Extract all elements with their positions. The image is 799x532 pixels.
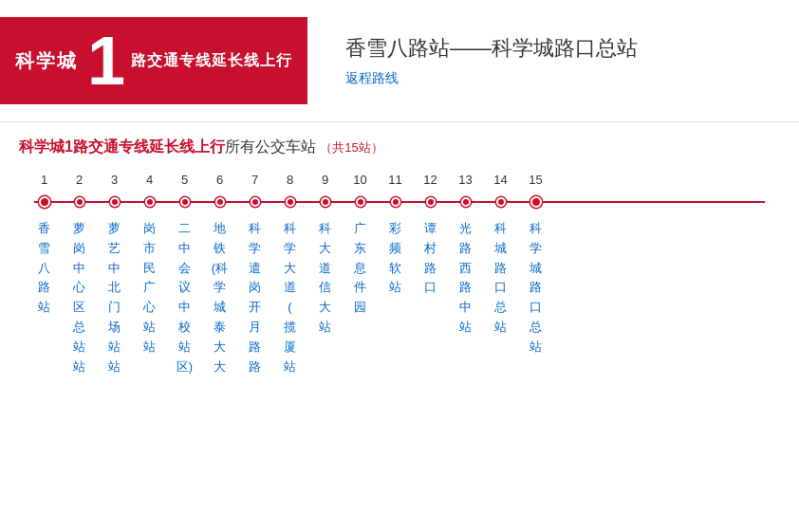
dot-11[interactable] xyxy=(378,197,413,207)
route-info: 香雪八路站——科学城路口总站 返程路线 xyxy=(336,17,638,104)
city-name: 科学城 xyxy=(15,48,78,74)
section-title: 科学城1路交通专线延长线上行所有公交车站 （共15站） xyxy=(19,138,780,157)
dot-6[interactable] xyxy=(202,197,237,207)
station-num-6: 6 xyxy=(202,173,237,187)
station-count: （共15站） xyxy=(320,140,382,155)
dot-2[interactable] xyxy=(62,197,97,207)
dot-9[interactable] xyxy=(307,197,343,207)
dot-circle-13 xyxy=(461,197,471,207)
station-num-9: 9 xyxy=(307,173,343,187)
station-num-15: 15 xyxy=(518,173,553,187)
section-title-highlight: 科学城1路交通专线延长线上行 xyxy=(19,138,225,155)
station-col-11[interactable]: 彩 频 软 站 xyxy=(378,219,413,376)
station-num-3: 3 xyxy=(97,173,132,187)
station-diagram: 1 2 3 4 5 6 7 8 9 10 11 12 13 14 15 xyxy=(19,173,780,376)
station-col-3[interactable]: 萝 艺 中 北 门 场 站 站 xyxy=(97,219,132,376)
dot-circle-3 xyxy=(110,197,120,207)
station-col-4[interactable]: 岗 市 民 广 心 站 站 xyxy=(132,219,167,376)
dot-8[interactable] xyxy=(272,197,307,207)
station-col-9[interactable]: 科 大 道 信 大 站 xyxy=(307,219,343,376)
dot-14[interactable] xyxy=(483,197,518,207)
station-col-7[interactable]: 科 学 遣 岗 开 月 路 路 xyxy=(237,219,272,376)
station-num-5: 5 xyxy=(167,173,202,187)
station-num-12: 12 xyxy=(413,173,448,187)
route-badge: 科学城 1 路交通专线延长线上行 xyxy=(0,17,307,104)
stations-dots xyxy=(27,196,561,208)
dot-circle-10 xyxy=(356,197,365,207)
return-link[interactable]: 返程路线 xyxy=(345,70,638,87)
station-num-4: 4 xyxy=(132,173,167,187)
station-col-10[interactable]: 广 东 息 件 园 xyxy=(343,219,378,376)
station-num-11: 11 xyxy=(378,173,413,187)
station-num-7: 7 xyxy=(237,173,272,187)
station-num-10: 10 xyxy=(343,173,378,187)
dot-13[interactable] xyxy=(448,197,483,207)
route-number: 1 xyxy=(87,27,125,95)
section-title-suffix: 所有公交车站 xyxy=(225,138,316,155)
dot-3[interactable] xyxy=(97,197,132,207)
dot-circle-12 xyxy=(426,197,436,207)
main-content: 科学城1路交通专线延长线上行所有公交车站 （共15站） 1 2 3 4 5 6 … xyxy=(0,122,799,403)
dot-circle-6 xyxy=(215,197,225,207)
station-num-13: 13 xyxy=(448,173,483,187)
station-numbers: 1 2 3 4 5 6 7 8 9 10 11 12 13 14 15 xyxy=(19,173,780,187)
dot-7[interactable] xyxy=(237,197,272,207)
dot-circle-11 xyxy=(391,197,400,207)
header: 科学城 1 路交通专线延长线上行 香雪八路站——科学城路口总站 返程路线 xyxy=(0,0,799,122)
station-col-1[interactable]: 香 雪 八 路 站 xyxy=(27,219,62,376)
dot-circle-4 xyxy=(145,197,155,207)
dot-circle-14 xyxy=(496,197,506,207)
route-desc: 路交通专线延长线上行 xyxy=(131,51,292,71)
station-line xyxy=(19,193,780,211)
station-col-15[interactable]: 科 学 城 路 口 总 站 xyxy=(518,219,553,376)
station-col-6[interactable]: 地 铁 (科 学 城 泰 大 大 xyxy=(202,219,237,376)
station-col-8[interactable]: 科 学 大 道 ( 揽 厦 站 xyxy=(272,219,307,376)
station-num-14: 14 xyxy=(483,173,518,187)
station-num-8: 8 xyxy=(272,173,307,187)
dot-15[interactable] xyxy=(518,196,553,208)
dot-4[interactable] xyxy=(132,197,167,207)
station-col-12[interactable]: 谭 村 路 口 xyxy=(413,219,448,376)
station-col-5[interactable]: 二 中 会 议 中 校 站 区) xyxy=(167,219,202,376)
station-num-2: 2 xyxy=(62,173,97,187)
dot-10[interactable] xyxy=(343,197,378,207)
dot-circle-2 xyxy=(75,197,84,207)
dot-circle-1 xyxy=(39,196,50,208)
dot-circle-5 xyxy=(180,197,190,207)
station-col-14[interactable]: 科 城 路 口 总 站 xyxy=(483,219,518,376)
dot-12[interactable] xyxy=(413,197,448,207)
station-names: 香 雪 八 路 站 萝 岗 中 心 区 总 站 站 萝 艺 中 北 门 xyxy=(19,219,780,376)
route-title: 香雪八路站——科学城路口总站 xyxy=(345,34,638,63)
dot-circle-9 xyxy=(321,197,330,207)
dot-circle-8 xyxy=(286,197,295,207)
station-col-13[interactable]: 光 路 西 路 中 站 xyxy=(448,219,483,376)
dot-1[interactable] xyxy=(27,196,62,208)
dot-5[interactable] xyxy=(167,197,202,207)
dot-circle-7 xyxy=(251,197,260,207)
dot-circle-15 xyxy=(530,196,542,208)
station-col-2[interactable]: 萝 岗 中 心 区 总 站 站 xyxy=(62,219,97,376)
station-num-1: 1 xyxy=(27,173,62,187)
